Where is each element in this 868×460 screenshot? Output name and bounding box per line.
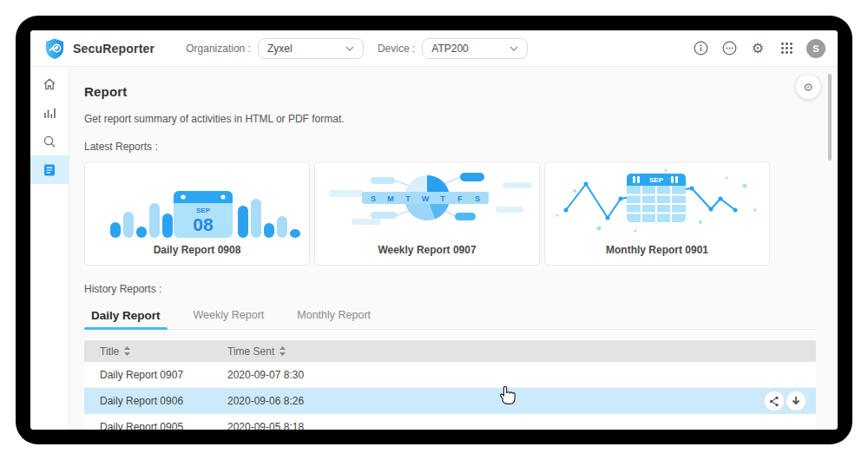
bar-chart-icon [42,105,57,121]
svg-text:W: W [422,194,430,203]
brand-logo-icon [43,37,66,60]
sidebar-nav [30,67,69,430]
gear-icon: ⚙ [803,81,813,94]
history-reports-table: Title Time Sent Daily Report 0907 2020-0… [84,340,816,430]
svg-text:M: M [387,194,394,203]
card-label: Daily Report 0908 [154,244,241,256]
latest-reports-label: Latest Reports : [84,141,838,153]
sidebar-item-analytics[interactable] [30,98,69,127]
chevron-down-icon [345,46,354,51]
weekday-bar: S M T W T F S [362,192,489,204]
svg-text:SEP: SEP [649,176,664,184]
svg-text:S: S [475,194,480,203]
share-button[interactable] [765,391,784,411]
settings-gear-icon[interactable]: ⚙ [749,40,766,57]
svg-text:08: 08 [193,214,214,234]
share-icon [769,396,779,407]
row-actions [765,391,806,411]
sidebar-item-report[interactable] [30,155,69,184]
sort-icon [279,346,286,356]
daily-report-illustration: SEP 08 [89,167,306,243]
time-sent-cell: 2020-09-07 8:30 [227,369,304,381]
page-settings-button[interactable]: ⚙ [796,75,820,99]
latest-reports-row: SEP 08 Daily Report 0908 [84,161,838,266]
table-row[interactable]: Daily Report 0907 2020-09-07 8:30 [84,362,816,388]
report-title-cell: Daily Report 0905 [84,421,227,430]
history-tabs: Daily Report Weekly Report Monthly Repor… [84,304,816,330]
securereporter-app: SecuReporter Organization : Zyxel Device… [30,30,838,430]
svg-text:T: T [405,194,411,203]
vertical-scrollbar[interactable] [828,74,832,161]
sidebar-item-home[interactable] [30,69,69,98]
more-options-icon[interactable] [720,40,738,57]
device-value: ATP200 [431,43,468,55]
tab-monthly-report[interactable]: Monthly Report [290,304,378,329]
download-icon [791,396,801,407]
page-title: Report [84,84,838,99]
report-title-cell: Daily Report 0907 [84,369,227,381]
report-page: ⚙ Report Get report summary of activitie… [69,67,838,430]
latest-report-card-monthly[interactable]: SEP Monthly Report 0901 [544,161,770,266]
svg-text:T: T [440,194,445,203]
organization-value: Zyxel [267,43,293,55]
column-header-time-sent[interactable]: Time Sent [227,345,286,358]
sidebar-item-search[interactable] [30,127,69,155]
calendar-grid-illustration: SEP [627,174,686,222]
card-label: Weekly Report 0907 [378,244,476,256]
organization-select[interactable]: Zyxel [258,38,364,59]
time-sent-cell: 2020-09-06 8:26 [227,395,304,407]
calendar-illustration: SEP 08 [174,191,233,238]
download-button[interactable] [786,391,806,411]
weekly-report-illustration: S M T W T F S [319,167,536,243]
topbar-actions: ⚙ S [692,39,825,58]
latest-report-card-weekly[interactable]: S M T W T F S Weekly Report 0907 [314,161,540,266]
tab-daily-report[interactable]: Daily Report [84,304,168,329]
card-label: Monthly Report 0901 [606,244,708,256]
report-document-icon [42,162,57,178]
top-bar: SecuReporter Organization : Zyxel Device… [30,30,838,67]
table-header-row: Title Time Sent [84,340,816,362]
page-subtitle: Get report summary of activities in HTML… [84,113,838,125]
brand-name: SecuReporter [73,42,155,56]
user-avatar[interactable]: S [806,39,825,58]
device-select[interactable]: ATP200 [422,38,528,59]
latest-report-card-daily[interactable]: SEP 08 Daily Report 0908 [84,161,310,266]
tab-weekly-report[interactable]: Weekly Report [187,304,272,329]
device-label: Device : [378,43,415,55]
organization-label: Organization : [186,43,251,55]
column-header-title[interactable]: Title [84,345,227,358]
search-icon [42,134,57,149]
svg-text:S: S [371,194,376,203]
chevron-down-icon [510,46,518,51]
table-row[interactable]: Daily Report 0905 2020-09-05 8:18 [84,414,816,430]
monthly-report-illustration: SEP [549,167,766,243]
device-frame: SecuReporter Organization : Zyxel Device… [16,16,852,444]
table-row-highlighted[interactable]: Daily Report 0906 2020-09-06 8:26 [84,388,816,414]
apps-grid-icon[interactable] [778,40,795,57]
home-icon [42,76,57,92]
time-sent-cell: 2020-09-05 8:18 [227,421,304,430]
svg-text:F: F [457,194,463,203]
info-icon[interactable] [692,40,709,57]
report-title-cell: Daily Report 0906 [84,395,227,407]
history-reports-label: History Reports : [84,283,838,295]
sort-icon [124,346,130,356]
svg-text:SEP: SEP [196,207,211,214]
